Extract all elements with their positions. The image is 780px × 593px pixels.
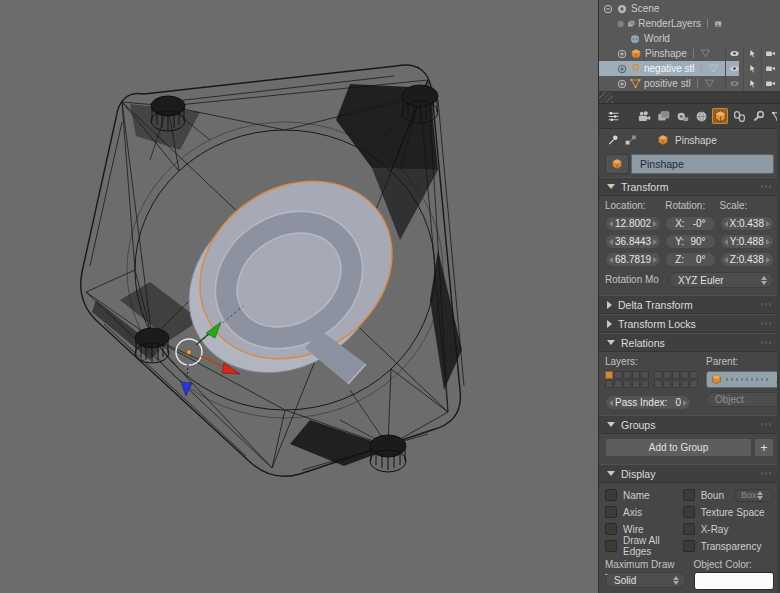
tab-render-layers[interactable] bbox=[655, 108, 671, 124]
object-color-swatch[interactable] bbox=[694, 572, 775, 590]
panel-header-display[interactable]: Display bbox=[599, 464, 780, 483]
panel-drag-dots-icon[interactable] bbox=[761, 303, 773, 306]
disclosure-triangle-icon bbox=[607, 340, 615, 345]
checkbox-xray[interactable] bbox=[683, 523, 695, 535]
collapse-minus-icon[interactable] bbox=[603, 4, 613, 14]
outliner-item-label[interactable]: negative stl bbox=[644, 63, 695, 74]
rotation-x-field[interactable]: X:-0° bbox=[665, 216, 715, 231]
mesh-object-icon bbox=[630, 63, 641, 74]
object-name-input[interactable]: Pinshape bbox=[631, 154, 774, 174]
viewport-3d[interactable] bbox=[0, 0, 598, 593]
panel-drag-dots-icon[interactable] bbox=[761, 472, 773, 475]
selectability-toggle[interactable] bbox=[743, 61, 761, 76]
panel-drag-dots-icon[interactable] bbox=[761, 322, 773, 325]
panel-header-transform-locks[interactable]: Transform Locks bbox=[599, 314, 780, 333]
object-id-button[interactable] bbox=[605, 154, 629, 174]
parent-type-dropdown[interactable]: Object bbox=[706, 392, 780, 407]
visibility-toggle[interactable] bbox=[725, 76, 743, 91]
outliner-item-label[interactable]: Pinshape bbox=[645, 48, 687, 59]
outliner-item-label[interactable]: Scene bbox=[631, 3, 659, 14]
outliner-row-positive-stl[interactable]: positive stl bbox=[599, 76, 780, 91]
scale-y-field[interactable]: Y:0.488 bbox=[720, 234, 774, 249]
tab-modifiers[interactable] bbox=[750, 108, 766, 124]
draw-type-dropdown[interactable]: Solid bbox=[605, 572, 686, 588]
outliner-row-renderlayers[interactable]: RenderLayers bbox=[599, 16, 780, 31]
renderability-toggle[interactable] bbox=[761, 46, 779, 61]
panel-header-delta-transform[interactable]: Delta Transform bbox=[599, 295, 780, 314]
checkbox-transparency[interactable] bbox=[683, 540, 695, 552]
outliner-row-negative-stl[interactable]: negative stl bbox=[599, 61, 780, 76]
scale-label: Scale: bbox=[720, 199, 774, 213]
editor-type-selector[interactable] bbox=[602, 108, 624, 124]
tab-object[interactable] bbox=[712, 108, 728, 124]
scale-x-field[interactable]: X:0.438 bbox=[720, 216, 774, 231]
selectability-toggle[interactable] bbox=[743, 76, 761, 91]
checkbox-bounds[interactable] bbox=[683, 489, 695, 501]
tab-scene[interactable] bbox=[674, 108, 690, 124]
checkbox-name[interactable] bbox=[605, 489, 617, 501]
checkbox-texture-space[interactable] bbox=[683, 506, 695, 518]
expand-plus-icon[interactable] bbox=[617, 79, 627, 89]
expand-plus-icon[interactable] bbox=[617, 49, 627, 59]
updown-arrows-icon bbox=[761, 276, 767, 285]
scene-icon bbox=[616, 3, 628, 15]
checkbox-wire[interactable] bbox=[605, 523, 617, 535]
parent-field[interactable] bbox=[706, 371, 780, 388]
location-x-field[interactable]: 12.8002 bbox=[605, 216, 661, 231]
panel-drag-dots-icon[interactable] bbox=[761, 423, 773, 426]
pass-index-field[interactable]: Pass Index:0 bbox=[605, 395, 691, 410]
add-group-plus-button[interactable]: + bbox=[754, 438, 774, 457]
nodes-icon[interactable] bbox=[625, 134, 637, 146]
rotation-y-field[interactable]: Y:90° bbox=[665, 234, 715, 249]
properties-editor-icon bbox=[607, 110, 620, 123]
panel-drag-dots-icon[interactable] bbox=[761, 185, 773, 188]
mesh-data-icon bbox=[704, 78, 715, 89]
visibility-toggle[interactable] bbox=[725, 61, 743, 76]
breadcrumb-object-name[interactable]: Pinshape bbox=[675, 135, 717, 146]
location-z-field[interactable]: 68.7819 bbox=[605, 252, 661, 267]
layers-grid[interactable] bbox=[605, 371, 698, 388]
panel-header-transform[interactable]: Transform bbox=[599, 177, 780, 196]
disclosure-triangle-icon bbox=[607, 471, 615, 476]
outliner-item-label[interactable]: World bbox=[644, 33, 670, 44]
editor-divider[interactable] bbox=[599, 92, 780, 104]
outliner-item-label[interactable]: positive stl bbox=[644, 78, 691, 89]
renderability-toggle[interactable] bbox=[761, 61, 779, 76]
selectability-toggle[interactable] bbox=[743, 46, 761, 61]
panel-header-groups[interactable]: Groups bbox=[599, 415, 780, 434]
rotation-z-field[interactable]: Z:0° bbox=[665, 252, 715, 267]
render-layers-icon bbox=[657, 110, 670, 123]
cursor-icon bbox=[747, 48, 758, 59]
outliner-item-label[interactable]: RenderLayers bbox=[638, 18, 701, 29]
layer-cell-active[interactable] bbox=[605, 371, 613, 379]
panel-header-relations[interactable]: Relations bbox=[599, 333, 780, 352]
outliner-row-world[interactable]: World bbox=[599, 31, 780, 46]
location-y-field[interactable]: 36.8443 bbox=[605, 234, 661, 249]
checkbox-draw-all-edges[interactable] bbox=[605, 540, 617, 552]
object-tab-cube-icon bbox=[714, 110, 727, 123]
viewport-scene bbox=[0, 0, 598, 593]
rotation-mode-dropdown[interactable]: XYZ Euler bbox=[669, 272, 774, 288]
tab-world[interactable] bbox=[693, 108, 709, 124]
image-icon[interactable] bbox=[714, 18, 722, 30]
transform-grid: Location: Rotation: Scale: 12.8002 X:-0°… bbox=[599, 196, 780, 267]
tab-constraints[interactable] bbox=[731, 108, 747, 124]
expand-plus-icon[interactable] bbox=[617, 19, 624, 29]
add-to-group-button[interactable]: Add to Group bbox=[605, 438, 752, 457]
tab-render[interactable] bbox=[636, 108, 652, 124]
resize-grip-icon[interactable] bbox=[599, 92, 613, 103]
renderability-toggle[interactable] bbox=[761, 76, 779, 91]
scale-z-field[interactable]: Z:0.438 bbox=[720, 252, 774, 267]
outliner[interactable]: Scene RenderLayers World Pinshape bbox=[599, 0, 780, 92]
outliner-row-scene[interactable]: Scene bbox=[599, 1, 780, 16]
outliner-row-pinshape[interactable]: Pinshape bbox=[599, 46, 780, 61]
bounds-type-dropdown[interactable]: Box bbox=[734, 489, 774, 502]
pin-icon[interactable] bbox=[607, 134, 619, 146]
checkbox-axis[interactable] bbox=[605, 506, 617, 518]
expand-plus-icon[interactable] bbox=[617, 64, 627, 74]
disclosure-triangle-icon bbox=[607, 320, 612, 328]
visibility-toggle[interactable] bbox=[725, 46, 743, 61]
layers-label: Layers: bbox=[605, 355, 698, 369]
panel-drag-dots-icon[interactable] bbox=[761, 341, 773, 344]
breadcrumb-object-icon bbox=[657, 134, 669, 146]
